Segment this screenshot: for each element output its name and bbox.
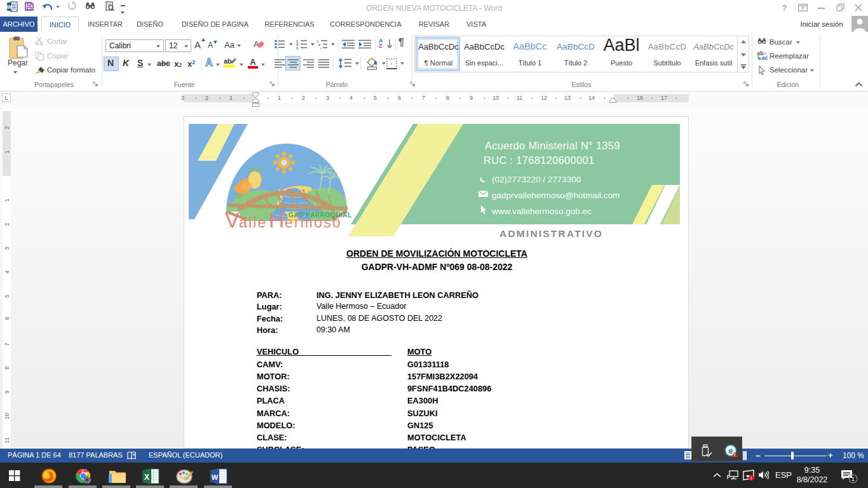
svg-text:(02)2773220 / 2773300: (02)2773220 / 2773300 — [492, 175, 581, 184]
svg-text:www.vallehermoso.gob.ec: www.vallehermoso.gob.ec — [491, 207, 592, 216]
svg-text:?: ? — [782, 4, 787, 12]
svg-text:W: W — [7, 4, 12, 10]
svg-text:ADMINISTRATIVO: ADMINISTRATIVO — [499, 228, 603, 239]
svg-text:H: H — [269, 208, 285, 232]
svg-text:V: V — [225, 208, 240, 232]
svg-text:X: X — [144, 473, 149, 482]
svg-text:e: e — [729, 447, 733, 456]
svg-text:!: ! — [750, 476, 752, 480]
svg-text:W: W — [212, 473, 219, 481]
svg-text:3: 3 — [296, 46, 299, 50]
svg-text:i: i — [320, 46, 321, 50]
svg-text:gadprvallehermoso@hotmail.com: gadprvallehermoso@hotmail.com — [492, 191, 620, 200]
svg-text:RUC : 1768120600001: RUC : 1768120600001 — [484, 154, 595, 166]
svg-text:alle: alle — [239, 214, 268, 231]
svg-text:GAD PARROQUIAL: GAD PARROQUIAL — [288, 212, 352, 219]
svg-text:✕: ✕ — [132, 452, 136, 457]
svg-text:!: ! — [734, 452, 735, 457]
svg-text:Acuerdo Ministerial N° 1359: Acuerdo Ministerial N° 1359 — [485, 140, 620, 151]
svg-text:1: 1 — [851, 475, 855, 482]
